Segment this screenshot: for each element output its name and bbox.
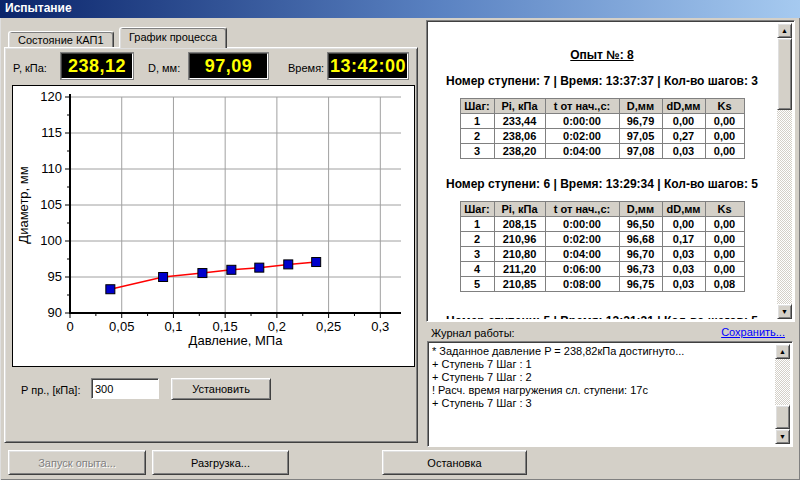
report-panel: Опыт №: 8 Номер ступени: 7 | Время: 13:3… <box>426 20 795 322</box>
table-cell: 0,03 <box>662 247 705 262</box>
column-header: Шаг: <box>460 99 494 114</box>
log-line: + Ступень 7 Шаг : 2 <box>432 371 773 384</box>
table-cell: 96,79 <box>619 114 662 129</box>
steps-table: Шаг:Pi, кПаt от нач.,с:D,ммdD,ммKs1233,4… <box>460 98 745 159</box>
column-header: dD,мм <box>662 202 705 217</box>
svg-text:Давление, МПа: Давление, МПа <box>189 333 284 348</box>
report-scrollbar[interactable]: ▲ ▼ <box>777 23 792 319</box>
table-row: 3238,200:04:0097,080,030,00 <box>460 144 744 159</box>
target-pressure-label: P пр., [кПа]: <box>21 384 80 396</box>
svg-text:0,1: 0,1 <box>164 319 182 334</box>
svg-text:95: 95 <box>48 269 62 284</box>
app-window: Испытание Состояние КАП1 График процесса… <box>0 0 800 480</box>
log-line: + Ступень 7 Шаг : 3 <box>432 397 773 410</box>
svg-text:115: 115 <box>41 125 62 140</box>
column-header: t от нач.,с: <box>545 99 619 114</box>
log-line: * Заданное давление P = 238,82кПа достиг… <box>432 345 773 358</box>
table-cell: 0:04:00 <box>545 144 619 159</box>
table-cell: 0,00 <box>662 217 705 232</box>
clipped-stage-header: Номер ступени: 5 | Время: 13:21:31 | Кол… <box>429 314 775 319</box>
svg-text:0,25: 0,25 <box>316 319 341 334</box>
stop-button[interactable]: Остановка <box>382 450 527 475</box>
window-title: Испытание <box>5 1 72 15</box>
scroll-down-button[interactable]: ▼ <box>777 304 792 319</box>
report-scrollbar-thumb[interactable] <box>777 38 792 110</box>
log-line: + Ступень 7 Шаг : 1 <box>432 358 773 371</box>
table-cell: 4 <box>460 262 494 277</box>
table-cell: 96,50 <box>619 217 662 232</box>
table-cell: 0:02:00 <box>545 129 619 144</box>
svg-text:0,15: 0,15 <box>213 319 238 334</box>
svg-text:0: 0 <box>66 319 73 334</box>
table-cell: 96,73 <box>619 262 662 277</box>
column-header: D,мм <box>619 202 662 217</box>
tab-state-kap1[interactable]: Состояние КАП1 <box>8 31 114 48</box>
svg-text:0,05: 0,05 <box>109 319 134 334</box>
table-cell: 97,05 <box>619 129 662 144</box>
stage-header: Номер ступени: 6 | Время: 13:29:34 | Кол… <box>429 177 775 191</box>
table-cell: 1 <box>460 217 494 232</box>
svg-text:Диаметр, мм: Диаметр, мм <box>16 166 31 243</box>
arrow-up-icon: ▲ <box>779 348 786 355</box>
table-row: 3210,800:04:0096,700,030,00 <box>460 247 744 262</box>
svg-text:100: 100 <box>40 233 62 248</box>
table-cell: 97,08 <box>619 144 662 159</box>
table-cell: 0,00 <box>705 129 744 144</box>
table-cell: 0,00 <box>705 262 744 277</box>
tab-process-graph[interactable]: График процесса <box>119 27 227 48</box>
log-scroll-up-button[interactable]: ▲ <box>775 344 790 359</box>
table-cell: 0:02:00 <box>545 232 619 247</box>
stage-header: Номер ступени: 7 | Время: 13:37:37 | Кол… <box>429 74 775 88</box>
column-header: Pi, кПа <box>494 99 545 114</box>
table-cell: 3 <box>460 247 494 262</box>
table-cell: 1 <box>460 114 494 129</box>
log-scrollbar-thumb[interactable] <box>775 405 790 429</box>
process-chart: 909510010511011512000,050,10,150,20,250,… <box>13 86 414 366</box>
table-header-row: Шаг:Pi, кПаt от нач.,с:D,ммdD,ммKs <box>460 99 744 114</box>
table-cell: 211,20 <box>494 262 545 277</box>
table-cell: 210,96 <box>494 232 545 247</box>
table-cell: 0:06:00 <box>545 262 619 277</box>
pressure-display: 238,12 <box>61 53 133 79</box>
column-header: Шаг: <box>460 202 494 217</box>
log-line: ! Расч. время нагружения сл. ступени: 17… <box>432 384 773 397</box>
arrow-down-icon: ▼ <box>779 433 786 440</box>
scroll-up-button[interactable]: ▲ <box>777 23 792 38</box>
pressure-display-label: P, кПа: <box>13 62 47 74</box>
table-cell: 2 <box>460 129 494 144</box>
stages-container: Номер ступени: 7 | Время: 13:37:37 | Кол… <box>429 74 775 292</box>
table-row: 1233,440:00:0096,790,000,00 <box>460 114 744 129</box>
target-pressure-input[interactable] <box>91 378 159 399</box>
table-cell: 233,44 <box>494 114 545 129</box>
table-cell: 96,70 <box>619 247 662 262</box>
table-cell: 5 <box>460 277 494 292</box>
table-cell: 0,03 <box>662 144 705 159</box>
table-row: 5210,850:08:0096,750,030,08 <box>460 277 744 292</box>
log-scroll-down-button[interactable]: ▼ <box>775 429 790 444</box>
svg-text:110: 110 <box>41 161 62 176</box>
table-cell: 0,00 <box>705 114 744 129</box>
column-header: t от нач.,с: <box>545 202 619 217</box>
table-cell: 3 <box>460 144 494 159</box>
chart-box: 909510010511011512000,050,10,150,20,250,… <box>12 85 415 367</box>
table-cell: 0,03 <box>662 277 705 292</box>
diameter-display: 97,09 <box>189 53 268 79</box>
table-cell: 0:00:00 <box>545 217 619 232</box>
log-label: Журнал работы: <box>431 327 515 339</box>
table-row: 4211,200:06:0096,730,030,00 <box>460 262 744 277</box>
table-cell: 0,00 <box>705 144 744 159</box>
svg-text:0,2: 0,2 <box>268 319 286 334</box>
column-header: dD,мм <box>662 99 705 114</box>
column-header: Pi, кПа <box>494 202 545 217</box>
start-test-button[interactable]: Запуск опыта... <box>8 450 146 475</box>
table-cell: 0,00 <box>705 232 744 247</box>
table-cell: 0:04:00 <box>545 247 619 262</box>
save-log-link[interactable]: Сохранить... <box>721 326 785 338</box>
table-row: 1208,150:00:0096,500,000,00 <box>460 217 744 232</box>
unload-button[interactable]: Разгрузка... <box>152 450 289 475</box>
titlebar[interactable]: Испытание <box>0 0 800 18</box>
experiment-title: Опыт №: 8 <box>429 48 775 62</box>
set-pressure-button[interactable]: Установить <box>171 378 271 400</box>
svg-text:0,3: 0,3 <box>371 319 389 334</box>
log-scrollbar[interactable]: ▲ ▼ <box>775 344 790 444</box>
